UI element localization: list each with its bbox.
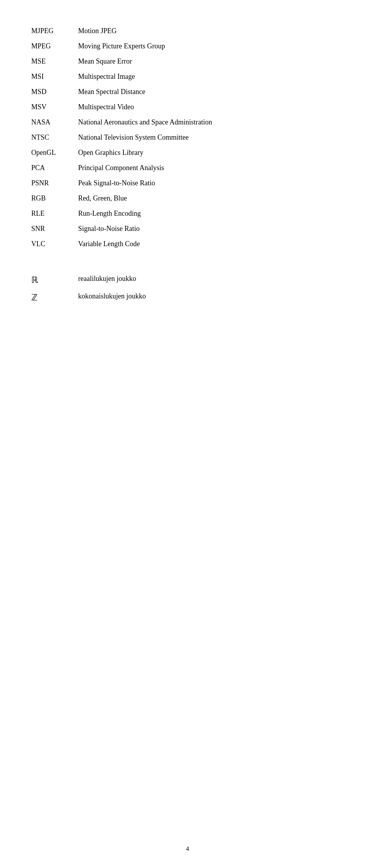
math-symbols-table: ℝreaalilukujen joukkoℤkokonaislukujen jo…	[31, 271, 344, 306]
abbreviation-full: Variable Length Code	[78, 236, 344, 252]
page-content: MJPEGMotion JPEGMPEGMoving Picture Exper…	[0, 0, 375, 337]
table-row: PCAPrincipal Component Analysis	[31, 160, 344, 176]
abbreviation-full: Red, Green, Blue	[78, 191, 344, 206]
abbreviation-full: Peak Signal-to-Noise Ratio	[78, 176, 344, 191]
abbreviation-term: MSE	[31, 54, 78, 69]
abbreviation-full: National Television System Committee	[78, 130, 344, 145]
table-row: MPEGMoving Picture Experts Group	[31, 39, 344, 54]
abbreviation-term: RGB	[31, 191, 78, 206]
abbreviation-term: NASA	[31, 115, 78, 130]
abbreviation-full: Signal-to-Noise Ratio	[78, 221, 344, 236]
abbreviation-full: Run-Length Encoding	[78, 206, 344, 221]
math-symbol: ℝ	[31, 271, 78, 289]
abbreviation-term: PSNR	[31, 176, 78, 191]
abbreviation-table: MJPEGMotion JPEGMPEGMoving Picture Exper…	[31, 23, 344, 252]
abbreviation-full: Moving Picture Experts Group	[78, 39, 344, 54]
abbreviation-term: PCA	[31, 160, 78, 176]
abbreviation-term: MSI	[31, 69, 78, 84]
abbreviation-term: MPEG	[31, 39, 78, 54]
abbreviation-full: Multispectral Video	[78, 99, 344, 115]
table-row: MSDMean Spectral Distance	[31, 84, 344, 99]
table-row: MJPEGMotion JPEG	[31, 23, 344, 39]
table-row: RGBRed, Green, Blue	[31, 191, 344, 206]
abbreviation-term: RLE	[31, 206, 78, 221]
abbreviation-full: Multispectral Image	[78, 69, 344, 84]
abbreviation-full: National Aeronautics and Space Administr…	[78, 115, 344, 130]
math-symbol: ℤ	[31, 289, 78, 306]
table-row: OpenGLOpen Graphics Library	[31, 145, 344, 160]
math-symbol-description: reaalilukujen joukko	[78, 271, 344, 289]
table-row: SNRSignal-to-Noise Ratio	[31, 221, 344, 236]
abbreviation-full: Open Graphics Library	[78, 145, 344, 160]
section-gap	[31, 252, 344, 267]
abbreviation-full: Principal Component Analysis	[78, 160, 344, 176]
abbreviation-term: MJPEG	[31, 23, 78, 39]
abbreviation-full: Motion JPEG	[78, 23, 344, 39]
abbreviation-term: NTSC	[31, 130, 78, 145]
math-symbol-row: ℝreaalilukujen joukko	[31, 271, 344, 289]
math-symbol-row: ℤkokonaislukujen joukko	[31, 289, 344, 306]
table-row: RLERun-Length Encoding	[31, 206, 344, 221]
table-row: NTSCNational Television System Committee	[31, 130, 344, 145]
table-row: PSNRPeak Signal-to-Noise Ratio	[31, 176, 344, 191]
abbreviation-term: MSD	[31, 84, 78, 99]
math-symbol-description: kokonaislukujen joukko	[78, 289, 344, 306]
abbreviation-full: Mean Spectral Distance	[78, 84, 344, 99]
page-number: 4	[186, 845, 189, 852]
table-row: VLCVariable Length Code	[31, 236, 344, 252]
table-row: MSIMultispectral Image	[31, 69, 344, 84]
abbreviation-term: VLC	[31, 236, 78, 252]
table-row: NASANational Aeronautics and Space Admin…	[31, 115, 344, 130]
table-row: MSVMultispectral Video	[31, 99, 344, 115]
abbreviation-term: SNR	[31, 221, 78, 236]
abbreviation-term: OpenGL	[31, 145, 78, 160]
abbreviation-term: MSV	[31, 99, 78, 115]
table-row: MSEMean Square Error	[31, 54, 344, 69]
abbreviation-full: Mean Square Error	[78, 54, 344, 69]
